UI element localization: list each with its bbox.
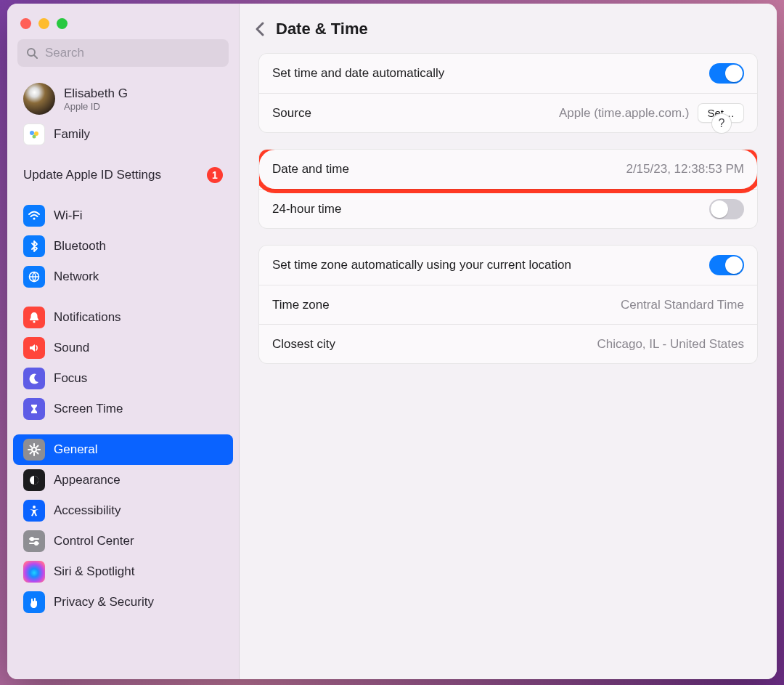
row-label: Time zone (272, 298, 330, 312)
svg-point-14 (35, 542, 38, 545)
close-icon[interactable] (20, 18, 31, 29)
sidebar-item-focus[interactable]: Focus (13, 363, 233, 394)
window-controls (7, 9, 239, 39)
settings-window: Elisabeth G Apple ID Family Update Apple… (7, 4, 777, 679)
sidebar-item-accessibility[interactable]: Accessibility (13, 495, 233, 526)
sidebar-item-label: Sound (54, 341, 223, 355)
sidebar: Elisabeth G Apple ID Family Update Apple… (7, 4, 240, 679)
row-auto-time: Set time and date automatically (259, 54, 757, 93)
page-title: Date & Time (276, 20, 368, 38)
sound-icon (23, 337, 45, 359)
family-icon (23, 123, 45, 145)
search-input[interactable] (44, 45, 220, 61)
sidebar-item-label: Accessibility (54, 503, 223, 518)
network-icon (23, 266, 45, 288)
maximize-icon[interactable] (57, 18, 68, 29)
row-source: Source Apple (time.apple.com.) Set… (259, 93, 757, 132)
account-sub: Apple ID (64, 101, 128, 112)
sidebar-item-screen-time[interactable]: Screen Time (13, 394, 233, 424)
sidebar-item-family[interactable]: Family (13, 119, 233, 150)
hand-icon (23, 591, 45, 613)
sidebar-item-label: Bluetooth (54, 239, 223, 254)
help-button[interactable]: ? (711, 113, 732, 134)
sidebar-item-label: Network (54, 269, 223, 284)
twentyfour-toggle[interactable] (709, 199, 744, 219)
sidebar-item-control-center[interactable]: Control Center (13, 526, 233, 556)
sidebar-item-label: Notifications (54, 310, 223, 325)
svg-point-10 (33, 506, 36, 508)
row-auto-timezone: Set time zone automatically using your c… (259, 246, 757, 285)
sidebar-item-siri-spotlight[interactable]: Siri & Spotlight (13, 556, 233, 587)
appearance-icon (23, 469, 45, 491)
sidebar-item-appearance[interactable]: Appearance (13, 465, 233, 495)
sidebar-item-sound[interactable]: Sound (13, 333, 233, 363)
sidebar-item-label: Family (54, 127, 223, 142)
sidebar-item-label: Wi-Fi (54, 208, 223, 223)
search-field[interactable] (17, 39, 229, 67)
timezone-value: Central Standard Time (621, 298, 744, 312)
chevron-left-icon (254, 21, 266, 37)
source-value: Apple (time.apple.com.) (559, 106, 690, 121)
account-name: Elisabeth G (64, 86, 128, 101)
row-label: Set time zone automatically using your c… (272, 258, 571, 272)
sidebar-item-network[interactable]: Network (13, 262, 233, 292)
sidebar-item-update-apple-id[interactable]: Update Apple ID Settings 1 (13, 160, 233, 190)
update-badge: 1 (207, 167, 223, 183)
sidebar-item-general[interactable]: General (13, 434, 233, 465)
auto-timezone-toggle[interactable] (709, 255, 744, 275)
row-label: Date and time (272, 162, 349, 177)
sidebar-item-label: Control Center (54, 534, 223, 548)
header: Date & Time (240, 4, 777, 41)
svg-point-13 (30, 538, 33, 540)
svg-point-4 (33, 135, 36, 139)
svg-point-5 (33, 217, 35, 219)
bell-icon (23, 307, 45, 328)
sidebar-item-label: General (54, 442, 223, 457)
gear-icon (23, 439, 45, 461)
sidebar-item-privacy-security[interactable]: Privacy & Security (13, 587, 233, 617)
group-timezone: Set time zone automatically using your c… (258, 245, 758, 364)
row-label: Set time and date automatically (272, 66, 444, 81)
content: Set time and date automatically Source A… (240, 41, 777, 413)
svg-point-2 (30, 131, 34, 135)
sliders-icon (23, 530, 45, 552)
city-value: Chicago, IL - United States (597, 337, 744, 352)
row-label: Closest city (272, 337, 335, 352)
svg-line-1 (34, 55, 37, 58)
row-date-time[interactable]: Date and time 2/15/23, 12:38:53 PM (259, 150, 757, 189)
hourglass-icon (23, 398, 45, 420)
back-button[interactable] (254, 21, 266, 37)
sidebar-item-label: Siri & Spotlight (54, 564, 223, 579)
group-time: Set time and date automatically Source A… (258, 53, 758, 133)
sidebar-item-label: Focus (54, 371, 223, 386)
sidebar-item-wifi[interactable]: Wi-Fi (13, 200, 233, 231)
search-icon (26, 47, 38, 59)
auto-time-toggle[interactable] (709, 63, 744, 84)
row-24-hour: 24-hour time (259, 189, 757, 228)
sidebar-item-label: Screen Time (54, 402, 223, 416)
group-datetime: Date and time 2/15/23, 12:38:53 PM 24-ho… (258, 149, 758, 229)
wifi-icon (23, 205, 45, 227)
row-label: 24-hour time (272, 202, 341, 216)
row-closest-city: Closest city Chicago, IL - United States (259, 324, 757, 363)
datetime-value: 2/15/23, 12:38:53 PM (626, 162, 744, 177)
accessibility-icon (23, 500, 45, 522)
minimize-icon[interactable] (38, 18, 49, 29)
avatar (23, 83, 55, 115)
moon-icon (23, 368, 45, 389)
sidebar-item-label: Update Apple ID Settings (23, 168, 198, 182)
siri-icon (23, 561, 45, 583)
sidebar-item-bluetooth[interactable]: Bluetooth (13, 231, 233, 262)
sidebar-item-label: Appearance (54, 473, 223, 487)
account-row[interactable]: Elisabeth G Apple ID (13, 78, 233, 119)
row-label: Source (272, 106, 311, 121)
main-panel: Date & Time Set time and date automatica… (240, 4, 777, 679)
sidebar-item-notifications[interactable]: Notifications (13, 302, 233, 333)
row-timezone: Time zone Central Standard Time (259, 285, 757, 324)
svg-point-7 (33, 320, 35, 323)
bluetooth-icon (23, 235, 45, 257)
sidebar-item-label: Privacy & Security (54, 595, 223, 609)
svg-point-8 (32, 447, 36, 452)
